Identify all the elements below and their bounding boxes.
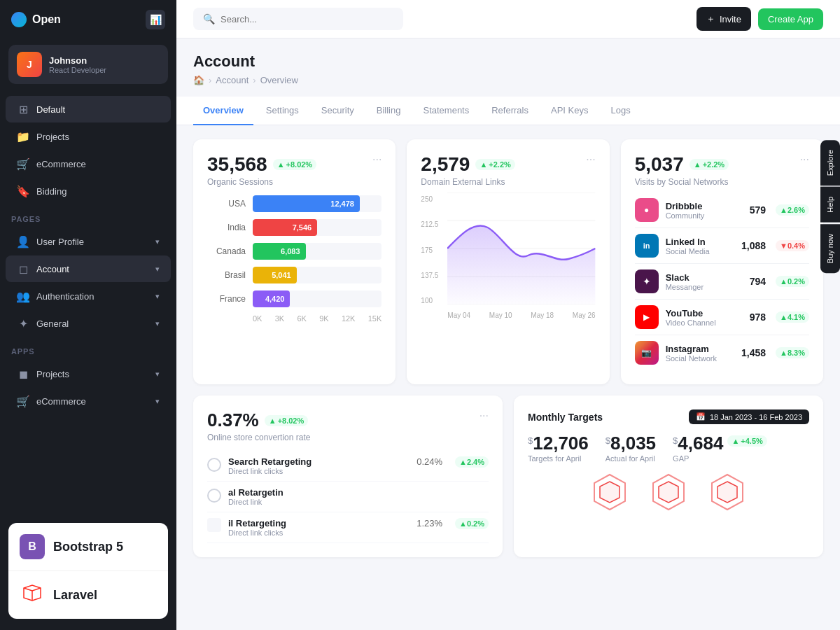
stat-value: 35,568 xyxy=(207,153,267,176)
account-icon: ◻ xyxy=(17,262,29,275)
chevron-down-icon: ▾ xyxy=(155,319,160,328)
chart-icon: 📊 xyxy=(150,14,162,25)
sidebar-item-authentication[interactable]: 👥 Authentication ▾ xyxy=(6,283,171,309)
actual-for-april: 8,035 xyxy=(610,433,656,454)
search-input[interactable] xyxy=(220,14,393,24)
bootstrap-icon: B xyxy=(20,534,45,559)
user-info: Johnson React Developer xyxy=(49,55,106,74)
tab-billing[interactable]: Billing xyxy=(367,97,411,125)
sidebar-item-projects-app[interactable]: ◼ Projects ▾ xyxy=(6,360,171,387)
tab-security[interactable]: Security xyxy=(312,97,364,125)
bottom-row: 0.37% ▲+8.02% Online store convertion ra… xyxy=(193,396,823,557)
stat-label: Organic Sessions xyxy=(207,177,316,187)
tab-api-keys[interactable]: API Keys xyxy=(541,97,598,125)
svg-marker-10 xyxy=(718,482,737,503)
targets-for-april: 12,706 xyxy=(533,433,589,454)
laravel-label: Laravel xyxy=(53,588,97,603)
sidebar-item-account[interactable]: ◻ Account ▾ xyxy=(6,255,171,282)
page-header: Account 🏠 › Account › Overview xyxy=(193,52,823,85)
social-list: ● Dribbble Community 579 ▲2.6% in xyxy=(635,192,809,370)
tab-statements[interactable]: Statements xyxy=(413,97,479,125)
line-chart-svg xyxy=(447,192,595,304)
sidebar-item-ecommerce[interactable]: 🛒 eCommerce xyxy=(6,150,171,177)
sidebar-item-general[interactable]: ✦ General ▾ xyxy=(6,310,171,337)
sidebar-item-label: Bidding xyxy=(36,186,160,197)
stat-social: 5,037 ▲ +2.2% Visits by Social Networks … xyxy=(621,139,823,384)
bidding-icon: 🔖 xyxy=(17,185,29,197)
youtube-icon: ▶ xyxy=(635,305,659,329)
more-options-icon[interactable]: ··· xyxy=(800,153,809,166)
bar-row-canada: Canada 6,083 xyxy=(207,243,382,260)
social-item-slack: ✦ Slack Messanger 794 ▲0.2% xyxy=(635,264,809,300)
bar-chart: USA 12,478 India 7,546 xyxy=(207,195,382,323)
search-box[interactable]: 🔍 xyxy=(193,8,403,30)
chevron-down-icon: ▾ xyxy=(155,397,160,406)
topbar: 🔍 ＋ Invite Create App xyxy=(176,0,840,38)
chevron-down-icon: ▾ xyxy=(155,370,160,379)
help-pill[interactable]: Help xyxy=(820,187,840,223)
gap-value: 4,684 xyxy=(678,433,723,454)
user-profile-icon: 👤 xyxy=(17,235,29,248)
ecommerce-app-icon: 🛒 xyxy=(17,395,29,407)
arrow-up-icon: ▲ xyxy=(277,160,285,169)
buy-now-pill[interactable]: Buy now xyxy=(820,224,840,273)
sidebar-item-label: Projects xyxy=(36,132,160,142)
invite-button[interactable]: ＋ Invite xyxy=(696,7,751,31)
default-icon: ⊞ xyxy=(17,103,29,115)
social-item-youtube: ▶ YouTube Video Channel 978 ▲4.1% xyxy=(635,300,809,335)
breadcrumb-current: Overview xyxy=(260,75,298,85)
invite-label: Invite xyxy=(720,14,741,24)
sidebar-item-projects[interactable]: 📁 Projects xyxy=(6,123,171,150)
laravel-icon xyxy=(20,582,45,608)
sidebar-item-ecommerce-app[interactable]: 🛒 eCommerce ▾ xyxy=(6,388,171,414)
bar-axis: 0K 3K 6K 9K 12K 15K xyxy=(207,314,382,323)
general-icon: ✦ xyxy=(17,317,29,330)
breadcrumb-home-icon: 🏠 xyxy=(193,75,204,85)
stat-badge: ▲ +2.2% xyxy=(475,159,514,170)
retarget-mail-icon xyxy=(207,518,221,532)
sidebar-item-label: User Profile xyxy=(36,237,148,247)
framework-cards: B Bootstrap 5 Laravel xyxy=(8,523,168,619)
more-options-icon[interactable]: ··· xyxy=(586,153,595,166)
targets-values: $ 12,706 Targets for April $ 8,035 Actua… xyxy=(528,433,809,463)
more-options-icon[interactable]: ··· xyxy=(479,410,489,422)
sidebar-item-label: eCommerce xyxy=(36,159,160,169)
logo-icon xyxy=(11,12,27,27)
line-chart: 250 212.5 175 137.5 100 xyxy=(421,192,595,319)
stats-grid: 35,568 ▲ +8.02% Organic Sessions ··· USA xyxy=(193,139,823,384)
stat-value: 2,579 xyxy=(421,153,470,176)
tab-settings[interactable]: Settings xyxy=(256,97,309,125)
sidebar-item-default[interactable]: ⊞ Default xyxy=(6,96,171,122)
page-title: Account xyxy=(193,52,823,71)
retarget-circle xyxy=(207,489,221,503)
sidebar-header: Open 📊 xyxy=(0,0,176,39)
instagram-icon: 📷 xyxy=(635,341,659,365)
tab-referrals[interactable]: Referrals xyxy=(482,97,538,125)
gap-label: GAP xyxy=(673,454,767,463)
retarget-item-al: al Retargetin Direct link xyxy=(207,482,489,512)
create-app-button[interactable]: Create App xyxy=(758,8,823,30)
tab-overview[interactable]: Overview xyxy=(193,97,253,125)
sidebar-item-bidding[interactable]: 🔖 Bidding xyxy=(6,178,171,204)
conversion-card: 0.37% ▲+8.02% Online store convertion ra… xyxy=(193,396,503,557)
explore-pill[interactable]: Explore xyxy=(820,140,840,186)
dribbble-icon: ● xyxy=(635,198,659,222)
retarget-item-il: il Retargeting Direct link clicks 1.23% … xyxy=(207,512,489,543)
page-content: Account 🏠 › Account › Overview Overview … xyxy=(176,38,840,630)
plus-icon: ＋ xyxy=(706,13,715,25)
tab-logs[interactable]: Logs xyxy=(601,97,640,125)
projects-app-icon: ◼ xyxy=(17,368,29,380)
sidebar-item-label: Account xyxy=(36,264,148,274)
laravel-card: Laravel xyxy=(8,570,168,619)
sidebar-item-user-profile[interactable]: 👤 User Profile ▾ xyxy=(6,228,171,255)
sidebar-chart-btn[interactable]: 📊 xyxy=(146,10,165,29)
bar-row-brasil: Brasil 5,041 xyxy=(207,267,382,284)
social-item-dribbble: ● Dribbble Community 579 ▲2.6% xyxy=(635,192,809,228)
user-card[interactable]: J Johnson React Developer xyxy=(8,45,168,84)
chevron-down-icon: ▾ xyxy=(155,292,160,301)
date-range-badge: 📅 18 Jan 2023 - 16 Feb 2023 xyxy=(689,410,809,424)
user-name: Johnson xyxy=(49,55,106,66)
breadcrumb-account[interactable]: Account xyxy=(216,75,248,85)
more-options-icon[interactable]: ··· xyxy=(372,153,382,166)
stat-domain: 2,579 ▲ +2.2% Domain External Links ··· xyxy=(407,139,609,384)
